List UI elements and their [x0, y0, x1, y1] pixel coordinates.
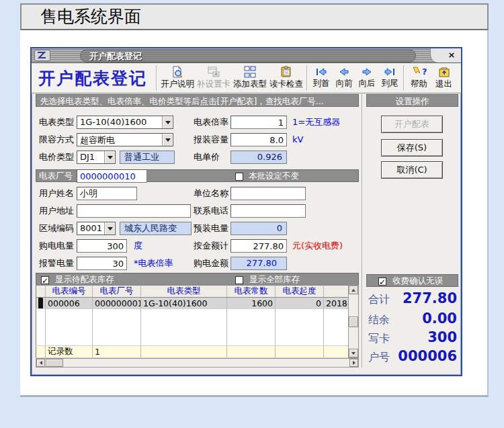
- button-label: 到首: [313, 78, 330, 89]
- area-code-combo[interactable]: 8001: [77, 222, 116, 235]
- price-type-combo[interactable]: DJ1: [77, 151, 116, 164]
- cell-meter-start: 0: [276, 298, 324, 309]
- add-meter-type-button[interactable]: 添加表型: [232, 64, 268, 92]
- user-name-input[interactable]: [77, 187, 137, 200]
- toolbar-separator: [306, 65, 308, 91]
- limit-mode-combo[interactable]: 超容断电: [77, 133, 173, 146]
- table-footer-row: 记录数 1: [36, 345, 349, 357]
- purchase-amount-value: 277.80: [230, 257, 287, 270]
- alarm-energy-input[interactable]: [77, 257, 127, 270]
- amount-calc-input[interactable]: [230, 239, 287, 253]
- preset-energy-label: 预装电量: [194, 222, 228, 235]
- purchase-energy-hint: 度: [134, 239, 142, 253]
- purchase-energy-label: 购电电量: [39, 239, 74, 253]
- batch-fixed-checkbox[interactable]: 本批设定不变: [235, 169, 299, 182]
- save-button[interactable]: 保存(S): [381, 139, 443, 157]
- combo-value: 超容断电: [80, 134, 115, 146]
- exit-button[interactable]: 退出: [431, 64, 456, 92]
- window-logo-icon: [34, 50, 50, 61]
- read-card-check-button[interactable]: 读卡检查: [268, 64, 304, 92]
- capacity-input[interactable]: [230, 133, 287, 146]
- scroll-right-icon[interactable]: [349, 359, 358, 367]
- purchase-energy-input[interactable]: [77, 239, 127, 253]
- unit-price-value: 0.926: [230, 151, 287, 164]
- go-next-button[interactable]: 向后: [355, 64, 378, 92]
- meter-ratio-input[interactable]: [230, 116, 287, 129]
- scroll-up-icon[interactable]: [349, 286, 358, 294]
- panel-divider: [362, 94, 363, 368]
- checkbox-label: 显示待配表库存: [55, 274, 114, 284]
- col-header: 电表常数: [227, 286, 276, 298]
- button-label: 向后: [359, 78, 376, 89]
- area-code-desc: 城东人民路变: [120, 222, 192, 235]
- unit-price-label: 电单价: [194, 151, 220, 164]
- table-horizontal-scrollbar[interactable]: [36, 358, 359, 368]
- col-header: 电表厂号: [93, 286, 141, 298]
- checkbox-label: 本批设定不变: [249, 171, 299, 181]
- col-header: 电表编号: [46, 286, 93, 298]
- phone-label: 联系电话: [194, 204, 228, 218]
- help-icon: ?: [412, 66, 427, 78]
- button-label: 退出: [435, 79, 452, 90]
- user-name-label: 用户姓名: [39, 187, 74, 200]
- meter-type-combo[interactable]: 1G-10(40)1600: [77, 116, 173, 129]
- area-code-label: 区域编码: [39, 222, 74, 235]
- table-row[interactable]: 000006 0000000010 1G-10(40)1600 1600 0 2…: [36, 298, 349, 309]
- chevron-down-icon[interactable]: [162, 116, 173, 128]
- checkbox-label: 显示全部库存: [249, 274, 300, 284]
- record-count-value: 1: [93, 345, 141, 357]
- scroll-down-icon[interactable]: [349, 349, 358, 357]
- button-label: 到尾: [382, 78, 398, 89]
- go-first-button[interactable]: 到首: [310, 64, 333, 92]
- phone-input[interactable]: [230, 204, 306, 218]
- arrow-left-icon: [337, 67, 351, 77]
- card-setup-icon: [208, 66, 220, 78]
- price-type-desc: 普通工业: [120, 151, 175, 164]
- checkbox-icon[interactable]: [378, 277, 386, 286]
- dialog-window: 开户配表登记 × 开户配表登记 开户说明 补设置卡 添加表型 读卡检查: [30, 47, 462, 376]
- col-header: 电表起度: [276, 286, 324, 298]
- col-header: [324, 286, 349, 298]
- checkbox-icon[interactable]: [235, 276, 243, 284]
- chevron-down-icon[interactable]: [104, 222, 115, 234]
- show-all-stock-checkbox[interactable]: 显示全部库存: [235, 273, 300, 286]
- scroll-left-icon[interactable]: [36, 359, 45, 367]
- chevron-down-icon[interactable]: [104, 151, 115, 163]
- table-vertical-scrollbar[interactable]: [348, 285, 359, 358]
- fee-confirm-checkbox[interactable]: 收费确认无误: [378, 274, 443, 287]
- chevron-down-icon[interactable]: [162, 134, 173, 146]
- add-meter-type-icon: [244, 66, 256, 78]
- svg-text:?: ?: [422, 67, 427, 77]
- meter-stock-table: 电表编号 电表厂号 电表类型 电表常数 电表起度 000006 00000000…: [36, 285, 349, 358]
- checkbox-icon[interactable]: [41, 276, 49, 284]
- help-button[interactable]: ? 帮助: [407, 64, 431, 92]
- combo-value: DJ1: [80, 152, 95, 162]
- arrow-first-icon: [314, 67, 328, 77]
- supplement-card-button: 补设置卡: [196, 64, 232, 92]
- close-icon[interactable]: ×: [446, 50, 457, 60]
- cell-date: 2018-: [324, 298, 349, 309]
- cell-meter-constant: 1600: [227, 298, 276, 309]
- show-pending-stock-checkbox[interactable]: 显示待配表库存: [41, 273, 114, 286]
- write-card-label: 写卡: [368, 332, 390, 346]
- go-previous-button[interactable]: 向前: [333, 64, 355, 92]
- toolbar-separator: [156, 65, 157, 91]
- toolbar-app-title: 开户配表登记: [32, 67, 154, 89]
- factory-no-input[interactable]: [77, 169, 147, 183]
- go-last-button[interactable]: 到尾: [378, 64, 401, 92]
- cell-meter-no: 000006: [46, 298, 93, 309]
- org-name-input[interactable]: [230, 187, 306, 200]
- user-addr-input[interactable]: [77, 204, 191, 218]
- cancel-button[interactable]: 取消(C): [381, 161, 443, 179]
- capacity-hint: kV: [292, 133, 303, 146]
- scrollbar-thumb[interactable]: [349, 316, 358, 327]
- open-account-help-button[interactable]: 开户说明: [159, 64, 196, 92]
- window-titlebar[interactable]: 开户配表登记 ×: [32, 48, 461, 63]
- cell-factory-no: 0000000010: [93, 298, 141, 309]
- scrollbar-thumb[interactable]: [46, 359, 63, 367]
- current-row-marker-icon: [38, 298, 43, 309]
- checkbox-icon[interactable]: [235, 173, 243, 181]
- alarm-energy-hint: *电表倍率: [134, 257, 173, 270]
- button-label: 读卡检查: [269, 79, 303, 90]
- limit-mode-label: 限容方式: [39, 133, 74, 146]
